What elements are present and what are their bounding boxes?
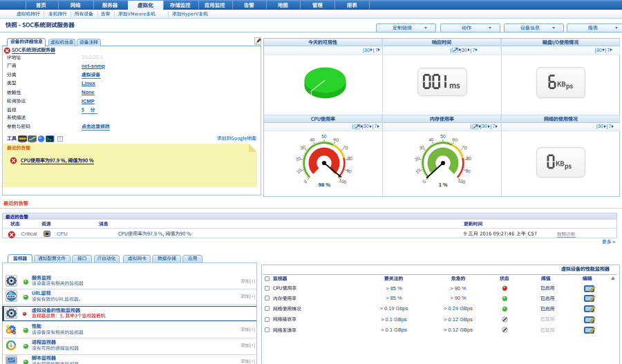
svg-text:40: 40 (310, 137, 315, 142)
svg-text:50: 50 (322, 134, 328, 139)
svg-text:100: 100 (339, 178, 348, 184)
svg-text:60: 60 (453, 137, 458, 142)
svg-text:80: 80 (466, 156, 472, 161)
svg-text:10: 10 (296, 167, 303, 174)
svg-text:80: 80 (348, 156, 353, 161)
svg-text:60: 60 (334, 137, 339, 142)
svg-text:90: 90 (346, 168, 352, 173)
svg-text:10: 10 (415, 167, 422, 174)
svg-text:0: 0 (422, 179, 427, 184)
svg-text:50: 50 (441, 134, 446, 139)
svg-text:0: 0 (303, 179, 308, 184)
svg-text:20: 20 (414, 155, 421, 162)
svg-text:40: 40 (428, 137, 434, 142)
svg-text:70: 70 (462, 144, 468, 151)
svg-text:20: 20 (295, 155, 302, 162)
svg-text:90: 90 (465, 168, 471, 173)
svg-text:100: 100 (458, 178, 466, 184)
svg-text:70: 70 (343, 144, 349, 151)
